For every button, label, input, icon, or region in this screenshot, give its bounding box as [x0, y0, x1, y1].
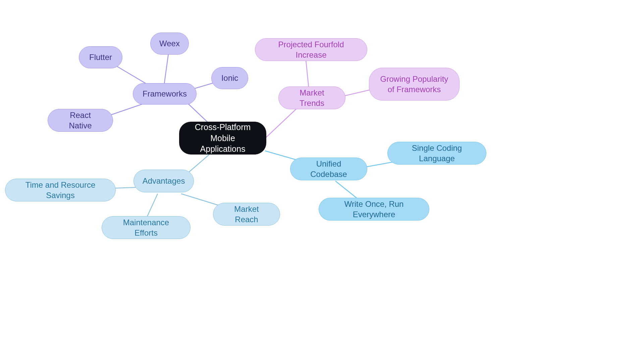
maintenance-node: Maintenance Efforts: [102, 216, 191, 239]
market-reach-label: Market Reach: [223, 204, 270, 225]
center-node: Cross-Platform Mobile Applications: [179, 122, 266, 155]
react-native-node: React Native: [48, 109, 113, 132]
fourfold-label: Projected Fourfold Increase: [265, 39, 357, 60]
market-trends-label: Market Trends: [289, 87, 335, 108]
weex-label: Weex: [159, 38, 180, 49]
ionic-node: Ionic: [211, 67, 248, 89]
fourfold-node: Projected Fourfold Increase: [255, 38, 367, 61]
popularity-label: Growing Popularity of Frameworks: [379, 74, 449, 95]
write-once-node: Write Once, Run Everywhere: [319, 198, 429, 221]
center-label: Cross-Platform Mobile Applications: [189, 122, 256, 155]
time-savings-label: Time and Resource Savings: [15, 180, 105, 200]
ionic-label: Ionic: [221, 73, 238, 83]
single-lang-label: Single Coding Language: [398, 143, 476, 164]
advantages-node: Advantages: [133, 170, 194, 192]
flutter-node: Flutter: [79, 46, 122, 68]
market-trends-node: Market Trends: [278, 86, 345, 109]
single-lang-node: Single Coding Language: [387, 142, 486, 165]
advantages-label: Advantages: [143, 176, 185, 186]
write-once-label: Write Once, Run Everywhere: [329, 199, 419, 220]
weex-node: Weex: [150, 33, 189, 55]
frameworks-node: Frameworks: [133, 83, 197, 105]
maintenance-label: Maintenance Efforts: [112, 217, 180, 238]
market-reach-node: Market Reach: [213, 203, 280, 226]
unified-codebase-node: Unified Codebase: [290, 158, 367, 180]
unified-codebase-label: Unified Codebase: [301, 159, 357, 179]
popularity-node: Growing Popularity of Frameworks: [369, 68, 460, 101]
react-native-label: React Native: [58, 110, 103, 131]
flutter-label: Flutter: [89, 52, 112, 62]
frameworks-label: Frameworks: [143, 88, 187, 99]
time-savings-node: Time and Resource Savings: [5, 179, 116, 201]
